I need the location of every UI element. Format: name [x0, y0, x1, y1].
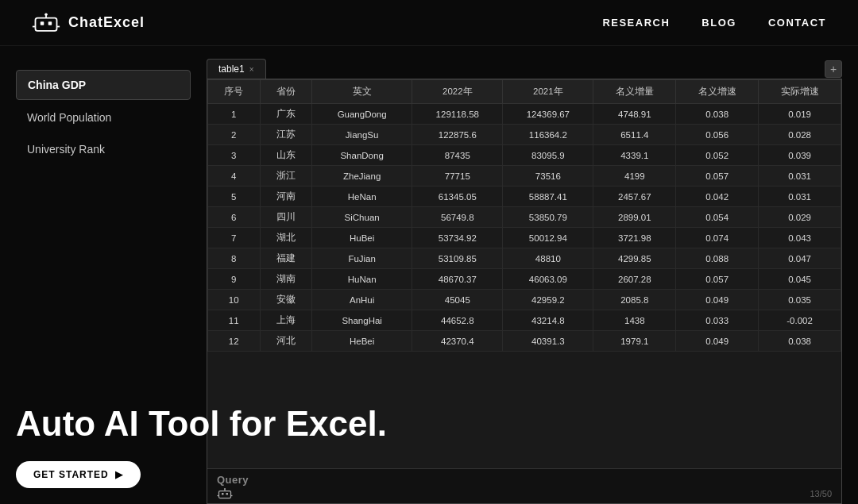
- table-cell[interactable]: JiangSu: [312, 125, 412, 145]
- table-cell[interactable]: ShangHai: [312, 310, 412, 331]
- table-cell[interactable]: 9: [208, 269, 261, 290]
- table-cell[interactable]: 40391.3: [503, 331, 593, 352]
- table-cell[interactable]: 0.019: [759, 104, 841, 125]
- table-cell[interactable]: 73516: [503, 166, 593, 187]
- table-cell[interactable]: 0.057: [676, 166, 759, 187]
- table-cell[interactable]: 江苏: [260, 125, 312, 145]
- table-cell[interactable]: 安徽: [260, 290, 312, 310]
- table-cell[interactable]: 湖南: [260, 269, 312, 290]
- table-cell[interactable]: 4748.91: [593, 104, 676, 125]
- table-cell[interactable]: 四川: [260, 207, 312, 228]
- table-cell[interactable]: 2457.67: [593, 187, 676, 207]
- table-cell[interactable]: HeBei: [312, 331, 412, 352]
- table-cell[interactable]: 山东: [260, 145, 312, 166]
- table-cell[interactable]: 0.049: [676, 331, 759, 352]
- tab-table1[interactable]: table1 ×: [207, 59, 266, 79]
- table-cell[interactable]: 0.074: [676, 228, 759, 248]
- add-tab-button[interactable]: +: [825, 60, 842, 78]
- table-cell[interactable]: 4: [208, 166, 261, 187]
- nav-research[interactable]: RESEARCH: [602, 17, 670, 29]
- table-cell[interactable]: 河北: [260, 331, 312, 352]
- table-cell[interactable]: 2085.8: [593, 290, 676, 310]
- table-cell[interactable]: 77715: [412, 166, 503, 187]
- table-cell[interactable]: 42959.2: [503, 290, 593, 310]
- table-cell[interactable]: 122875.6: [412, 125, 503, 145]
- table-cell[interactable]: 4339.1: [593, 145, 676, 166]
- table-cell[interactable]: 0.029: [759, 207, 841, 228]
- table-cell[interactable]: 0.033: [676, 310, 759, 331]
- table-cell[interactable]: 50012.94: [503, 228, 593, 248]
- table-cell[interactable]: 44652.8: [412, 310, 503, 331]
- nav-blog[interactable]: BLOG: [701, 17, 736, 29]
- table-cell[interactable]: 福建: [260, 248, 312, 269]
- table-cell[interactable]: 0.056: [676, 125, 759, 145]
- sidebar-item-china-gdp[interactable]: China GDP: [16, 70, 191, 100]
- table-cell[interactable]: 0.035: [759, 290, 841, 310]
- table-cell[interactable]: 11: [208, 310, 261, 331]
- tab-close-icon[interactable]: ×: [249, 65, 254, 74]
- table-cell[interactable]: 上海: [260, 310, 312, 331]
- table-cell[interactable]: 6511.4: [593, 125, 676, 145]
- table-cell[interactable]: 0.038: [759, 331, 841, 352]
- table-cell[interactable]: 0.088: [676, 248, 759, 269]
- table-cell[interactable]: 广东: [260, 104, 312, 125]
- table-cell[interactable]: 124369.67: [503, 104, 593, 125]
- get-started-button[interactable]: GET STARTED ▶: [16, 461, 141, 488]
- table-cell[interactable]: 46063.09: [503, 269, 593, 290]
- table-cell[interactable]: 45045: [412, 290, 503, 310]
- table-cell[interactable]: HuNan: [312, 269, 412, 290]
- table-cell[interactable]: 0.047: [759, 248, 841, 269]
- table-cell[interactable]: 2899.01: [593, 207, 676, 228]
- table-cell[interactable]: ShanDong: [312, 145, 412, 166]
- table-cell[interactable]: 53109.85: [412, 248, 503, 269]
- table-cell[interactable]: -0.002: [759, 310, 841, 331]
- table-cell[interactable]: 58887.41: [503, 187, 593, 207]
- table-cell[interactable]: 0.045: [759, 269, 841, 290]
- table-cell[interactable]: 0.028: [759, 125, 841, 145]
- table-cell[interactable]: 0.052: [676, 145, 759, 166]
- table-cell[interactable]: 1438: [593, 310, 676, 331]
- table-cell[interactable]: 3: [208, 145, 261, 166]
- table-cell[interactable]: 4199: [593, 166, 676, 187]
- table-cell[interactable]: 48810: [503, 248, 593, 269]
- table-cell[interactable]: 0.043: [759, 228, 841, 248]
- table-cell[interactable]: 0.031: [759, 166, 841, 187]
- table-cell[interactable]: 湖北: [260, 228, 312, 248]
- table-cell[interactable]: 0.038: [676, 104, 759, 125]
- table-cell[interactable]: 3721.98: [593, 228, 676, 248]
- sidebar-item-world-population[interactable]: World Population: [16, 103, 191, 132]
- table-cell[interactable]: 浙江: [260, 166, 312, 187]
- table-cell[interactable]: 116364.2: [503, 125, 593, 145]
- table-cell[interactable]: SiChuan: [312, 207, 412, 228]
- table-cell[interactable]: 87435: [412, 145, 503, 166]
- table-cell[interactable]: 2: [208, 125, 261, 145]
- table-cell[interactable]: 83095.9: [503, 145, 593, 166]
- table-cell[interactable]: AnHui: [312, 290, 412, 310]
- table-cell[interactable]: 43214.8: [503, 310, 593, 331]
- table-cell[interactable]: 0.049: [676, 290, 759, 310]
- table-cell[interactable]: 7: [208, 228, 261, 248]
- table-cell[interactable]: 1979.1: [593, 331, 676, 352]
- table-cell[interactable]: 0.054: [676, 207, 759, 228]
- table-cell[interactable]: GuangDong: [312, 104, 412, 125]
- table-cell[interactable]: 53734.92: [412, 228, 503, 248]
- table-cell[interactable]: 2607.28: [593, 269, 676, 290]
- table-cell[interactable]: 河南: [260, 187, 312, 207]
- table-cell[interactable]: 53850.79: [503, 207, 593, 228]
- table-cell[interactable]: 0.057: [676, 269, 759, 290]
- table-cell[interactable]: 48670.37: [412, 269, 503, 290]
- table-cell[interactable]: 5: [208, 187, 261, 207]
- table-cell[interactable]: 4299.85: [593, 248, 676, 269]
- table-cell[interactable]: 8: [208, 248, 261, 269]
- table-cell[interactable]: HeNan: [312, 187, 412, 207]
- sidebar-item-university-rank[interactable]: University Rank: [16, 135, 191, 164]
- table-cell[interactable]: 61345.05: [412, 187, 503, 207]
- table-cell[interactable]: 56749.8: [412, 207, 503, 228]
- table-cell[interactable]: FuJian: [312, 248, 412, 269]
- table-cell[interactable]: ZheJiang: [312, 166, 412, 187]
- table-cell[interactable]: 129118.58: [412, 104, 503, 125]
- table-cell[interactable]: 12: [208, 331, 261, 352]
- table-cell[interactable]: 6: [208, 207, 261, 228]
- table-cell[interactable]: 1: [208, 104, 261, 125]
- table-cell[interactable]: 42370.4: [412, 331, 503, 352]
